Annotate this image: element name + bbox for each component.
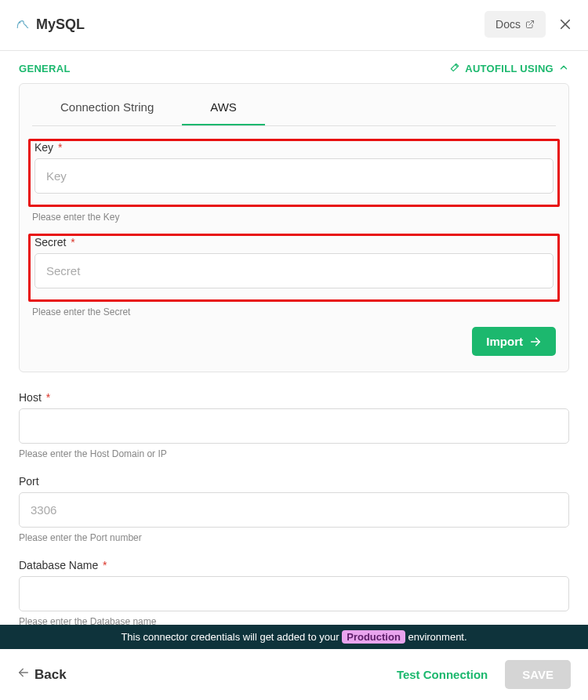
- subheader: GENERAL AUTOFILL USING: [0, 51, 588, 83]
- label-database-name: Database Name *: [19, 559, 569, 571]
- mysql-icon: [16, 17, 30, 31]
- field-database-name: Database Name * Please enter the Databas…: [19, 559, 569, 625]
- back-button[interactable]: Back: [17, 666, 67, 683]
- notice-prefix: This connector credentials will get adde…: [121, 631, 342, 643]
- notice-suffix: environment.: [405, 631, 467, 643]
- external-link-icon: [525, 20, 535, 29]
- label-key: Key *: [34, 141, 554, 154]
- import-button[interactable]: Import: [472, 327, 556, 356]
- highlight-secret: Secret *: [28, 234, 560, 302]
- autofill-using-toggle[interactable]: AUTOFILL USING: [449, 62, 569, 75]
- helper-database-name: Please enter the Database name: [19, 616, 569, 625]
- content-area: Connection String AWS Key * Please enter…: [0, 83, 588, 625]
- autofill-tabs: Connection String AWS: [32, 90, 556, 126]
- input-host[interactable]: [19, 408, 569, 444]
- field-key: Key *: [34, 141, 554, 194]
- page-title: MySQL: [36, 16, 85, 33]
- tab-connection-string[interactable]: Connection String: [32, 90, 182, 125]
- modal-header: MySQL Docs: [0, 0, 588, 51]
- helper-secret: Please enter the Secret: [32, 306, 556, 317]
- close-button[interactable]: [558, 17, 572, 31]
- import-label: Import: [486, 335, 523, 348]
- input-port[interactable]: [19, 492, 569, 528]
- autofill-label: AUTOFILL USING: [465, 63, 554, 74]
- svg-point-0: [20, 22, 20, 23]
- required-asterisk: *: [100, 559, 107, 571]
- arrow-right-icon: [529, 335, 542, 348]
- label-host: Host *: [19, 391, 569, 404]
- environment-badge: Production: [342, 630, 405, 644]
- field-port: Port Please enter the Port number: [19, 475, 569, 543]
- footer: Back Test Connection SAVE: [0, 649, 588, 700]
- required-asterisk: *: [55, 141, 62, 154]
- back-label: Back: [34, 667, 67, 683]
- svg-line-1: [529, 21, 534, 26]
- required-asterisk: *: [67, 236, 74, 248]
- connector-title: MySQL: [16, 16, 85, 33]
- save-button[interactable]: SAVE: [505, 660, 571, 689]
- docs-button[interactable]: Docs: [485, 11, 546, 38]
- helper-host: Please enter the Host Domain or IP: [19, 448, 569, 459]
- wand-icon: [449, 62, 460, 75]
- helper-key: Please enter the Key: [32, 212, 556, 223]
- docs-label: Docs: [495, 18, 521, 31]
- arrow-left-icon: [17, 666, 30, 683]
- input-secret[interactable]: [34, 253, 554, 288]
- input-key[interactable]: [34, 158, 554, 194]
- highlight-key: Key *: [28, 139, 560, 207]
- input-database-name[interactable]: [19, 576, 569, 611]
- required-asterisk: *: [43, 391, 50, 404]
- autofill-panel: Connection String AWS Key * Please enter…: [19, 83, 569, 372]
- label-port: Port: [19, 475, 569, 488]
- field-host: Host * Please enter the Host Domain or I…: [19, 391, 569, 459]
- environment-notice: This connector credentials will get adde…: [0, 625, 588, 649]
- chevron-up-icon: [558, 62, 569, 75]
- field-secret: Secret *: [34, 236, 554, 288]
- section-general-label: GENERAL: [19, 63, 71, 74]
- label-secret: Secret *: [34, 236, 554, 248]
- test-connection-button[interactable]: Test Connection: [397, 668, 488, 681]
- helper-port: Please enter the Port number: [19, 532, 569, 543]
- tab-aws[interactable]: AWS: [182, 90, 265, 125]
